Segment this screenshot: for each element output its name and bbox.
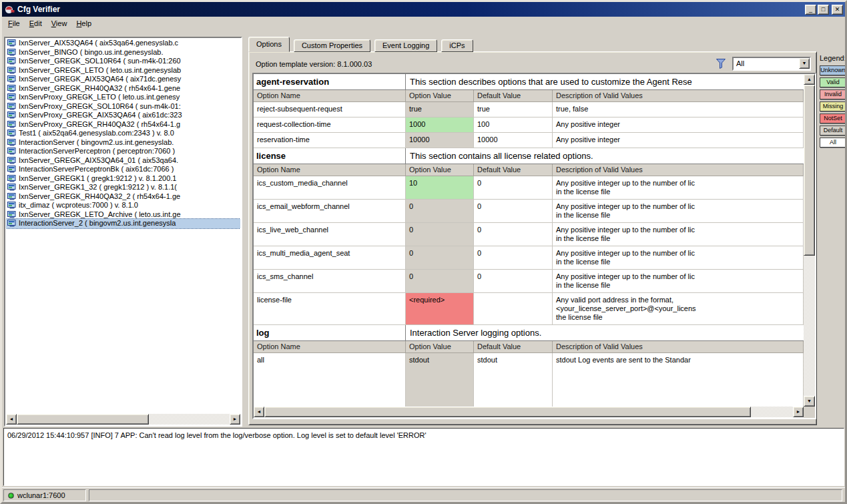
legend-button-unknown[interactable]: Unknown — [820, 65, 846, 75]
menu-file[interactable]: File — [3, 18, 25, 29]
section-header-log: logInteraction Server logging options. — [254, 325, 804, 341]
option-row-reservation-time[interactable]: reservation-time1000010000Any positive i… — [254, 133, 804, 148]
server-list-hscrollbar[interactable]: ◄ ► — [6, 414, 240, 425]
option-row-ics_multi_media_agent_seat[interactable]: ics_multi_media_agent_seat00Any positive… — [254, 246, 804, 270]
server-icon — [7, 85, 17, 92]
server-list-item[interactable]: IxnServProxy_GREGK_SOL10R64 ( sun-m4k-01… — [6, 102, 240, 111]
scrollbar-track[interactable] — [17, 414, 230, 425]
server-icon — [7, 39, 17, 47]
scrollbar-thumb[interactable] — [804, 85, 815, 256]
option-name: ics_email_webform_channel — [254, 200, 406, 223]
tab-event-logging[interactable]: Event Logging — [374, 39, 437, 52]
options-table-hscrollbar[interactable]: ◄ ► — [254, 407, 804, 418]
option-row-license-file[interactable]: license-file<required>Any valid port add… — [254, 293, 804, 325]
server-list-item[interactable]: IxnServer_GREGK_SOL10R64 ( sun-m4k-01:26… — [6, 57, 240, 66]
legend-button-notset[interactable]: NotSet — [820, 113, 846, 123]
option-value[interactable]: true — [406, 102, 474, 117]
server-list-item[interactable]: IxnServer_GREGK_LETO_Archive ( leto.us.i… — [6, 210, 240, 220]
option-value[interactable]: 0 — [406, 223, 474, 246]
server-label: IxnServProxy_GREGK_RH40QA32 ( rh54x64-1.… — [19, 120, 180, 129]
server-list-item[interactable]: IxnServer_AIX53QA64 ( aix53qa64.genesysl… — [6, 39, 240, 48]
server-label: IxnServProxy_GREGK_SOL10R64 ( sun-m4k-01… — [19, 102, 181, 111]
filter-combobox[interactable]: All ▼ — [732, 57, 811, 71]
options-table-vscrollbar[interactable]: ▲ ▼ — [804, 74, 815, 407]
log-output[interactable]: 06/29/2012 15:44:10:957 [INFO] 7 APP: Ca… — [3, 428, 844, 486]
server-list-item[interactable]: IxnServer_GREGK1_32 ( gregk1:9212 ) v. 8… — [6, 183, 240, 192]
server-list-item[interactable]: InteractionServerPerceptron ( perceptron… — [6, 147, 240, 156]
scroll-right-button[interactable]: ► — [793, 407, 804, 417]
section-header-agent-reservation: agent-reservationThis section describes … — [254, 74, 804, 90]
option-value[interactable]: <required> — [406, 293, 474, 325]
minimize-button[interactable]: _ — [805, 5, 816, 15]
server-list-item[interactable]: Test1 ( aix52qa64.genesyslab.com:2343 ) … — [6, 129, 240, 138]
server-list-item[interactable]: IxnServer_GREGK_AIX53QA64 ( aix71dc.gene… — [6, 75, 240, 84]
server-list-item[interactable]: IxnServer_GREGK_LETO ( leto.us.int.genes… — [6, 66, 240, 75]
menu-view[interactable]: View — [47, 18, 72, 29]
filter-funnel-icon[interactable] — [716, 58, 727, 71]
legend-button-all[interactable]: All — [820, 138, 846, 148]
server-list-item[interactable]: IxnServer_GREGK_RH40QA32_2 ( rh54x64-1.g… — [6, 192, 240, 202]
scrollbar-thumb[interactable] — [264, 407, 751, 417]
option-value[interactable]: stdout — [406, 353, 474, 407]
option-value[interactable]: 1000 — [406, 117, 474, 133]
option-row-ics_live_web_channel[interactable]: ics_live_web_channel00Any positive integ… — [254, 223, 804, 246]
scrollbar-corner — [804, 407, 815, 418]
server-list-item[interactable]: InteractionServer ( bingovm2.us.int.gene… — [6, 138, 240, 148]
tab-options[interactable]: Options — [248, 37, 290, 52]
valid-values-description: Any positive integer up to the number of… — [553, 246, 804, 270]
valid-values-description: true, false — [553, 102, 804, 117]
server-list-item[interactable]: InteractionServer_2 ( bingovm2.us.int.ge… — [6, 219, 240, 228]
valid-values-description: Any positive integer up to the number of… — [553, 270, 804, 293]
option-row-request-collection-time[interactable]: request-collection-time1000100Any positi… — [254, 117, 804, 133]
server-label: IxnServer_GREGK1 ( gregk1:9212 ) v. 8.1.… — [19, 174, 176, 183]
filter-dropdown-button[interactable]: ▼ — [799, 58, 810, 69]
scroll-down-button[interactable]: ▼ — [804, 396, 815, 407]
valid-values-description: Any positive integer up to the number of… — [553, 223, 804, 246]
scroll-down-icon: ▼ — [807, 399, 812, 403]
server-list-item[interactable]: IxnServer_GREGK_AIX53QA64_01 ( aix53qa64… — [6, 156, 240, 166]
option-row-reject-subsequent-request[interactable]: reject-subsequent-requesttruetruetrue, f… — [254, 102, 804, 117]
option-row-ics_custom_media_channel[interactable]: ics_custom_media_channel100Any positive … — [254, 176, 804, 200]
server-list-item[interactable]: IxnServer_GREGK1 ( gregk1:9212 ) v. 8.1.… — [6, 174, 240, 184]
legend-button-default[interactable]: Default — [820, 125, 846, 136]
option-value[interactable]: 0 — [406, 246, 474, 270]
scroll-left-button[interactable]: ◄ — [6, 414, 17, 425]
option-row-ics_email_webform_channel[interactable]: ics_email_webform_channel00Any positive … — [254, 200, 804, 223]
scroll-left-button[interactable]: ◄ — [254, 407, 264, 417]
legend-button-invalid[interactable]: Invalid — [820, 89, 846, 99]
maximize-button[interactable]: □ — [818, 5, 829, 15]
server-list-item[interactable]: itx_dimaz ( wcproteus:7000 ) v. 8.1.0 — [6, 201, 240, 210]
scroll-right-icon: ► — [796, 409, 801, 414]
option-row-all[interactable]: allstdoutstdoutstdout Log events are sen… — [254, 353, 804, 407]
legend-button-missing[interactable]: Missing — [820, 101, 846, 111]
server-icon — [7, 111, 17, 119]
option-value[interactable]: 0 — [406, 270, 474, 293]
menu-edit[interactable]: Edit — [25, 18, 47, 29]
server-list-item[interactable]: InteractionServerPerceptronBk ( aix61dc:… — [6, 165, 240, 174]
close-button[interactable]: ✕ — [832, 5, 843, 15]
scrollbar-track[interactable] — [804, 85, 815, 396]
default-value: stdout — [474, 353, 553, 407]
menu-help[interactable]: Help — [71, 18, 96, 29]
column-header-row: Option NameOption ValueDefault ValueDesc… — [254, 164, 804, 176]
server-label: InteractionServerPerceptronBk ( aix61dc:… — [19, 165, 174, 174]
option-value[interactable]: 0 — [406, 200, 474, 223]
legend-button-valid[interactable]: Valid — [820, 77, 846, 87]
option-value[interactable]: 10 — [406, 176, 474, 200]
server-list-item[interactable]: IxnServProxy_GREGK_LETO ( leto.us.int.ge… — [6, 93, 240, 102]
scrollbar-track[interactable] — [264, 407, 793, 417]
server-list-item[interactable]: IxnServProxy_GREGK_RH40QA32 ( rh54x64-1.… — [6, 120, 240, 130]
options-panel: Option template version: 8.1.000.03 All … — [248, 51, 817, 425]
tab-icps[interactable]: iCPs — [441, 39, 473, 52]
server-list-item[interactable]: IxnServer_GREGK_RH40QA32 ( rh54x64-1.gen… — [6, 84, 240, 93]
tab-custom-properties[interactable]: Custom Properties — [294, 39, 370, 52]
scroll-up-button[interactable]: ▲ — [804, 74, 815, 85]
server-list-item[interactable]: IxnServer_BINGO ( bingo.us.int.genesysla… — [6, 48, 240, 57]
scroll-right-button[interactable]: ► — [230, 414, 240, 425]
option-value[interactable]: 10000 — [406, 133, 474, 148]
status-bar: wclunar1:7600 — [2, 487, 845, 502]
option-row-ics_sms_channel[interactable]: ics_sms_channel00Any positive integer up… — [254, 270, 804, 293]
scrollbar-thumb[interactable] — [17, 414, 149, 425]
server-list-item[interactable]: IxnServProxy_GREGK_AIX53QA64 ( aix61dc:3… — [6, 111, 240, 120]
connection-host: wclunar1:7600 — [17, 491, 65, 499]
